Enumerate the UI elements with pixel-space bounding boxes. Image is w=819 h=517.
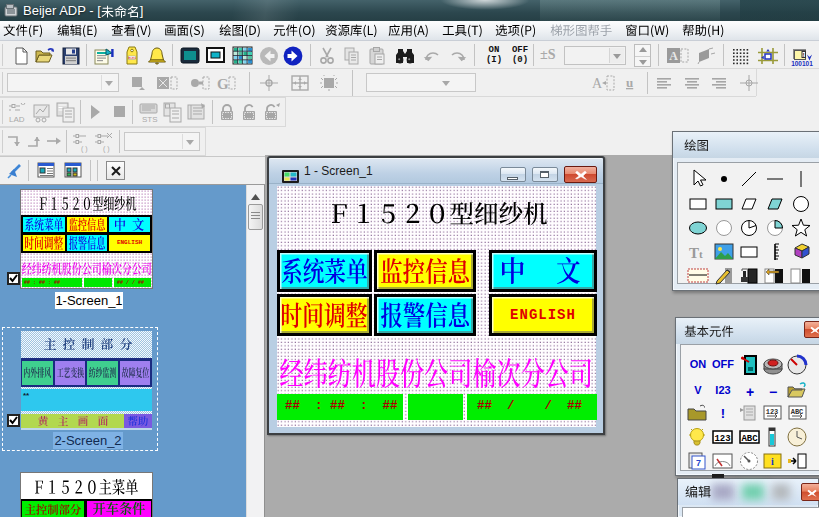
svg-text:i: i: [771, 456, 774, 467]
svg-text:T: T: [689, 245, 699, 261]
svg-text:A: A: [669, 49, 678, 63]
svg-text:ABC: ABC: [741, 434, 758, 444]
svg-text:0101: 0101: [128, 56, 136, 60]
svg-text:t: t: [699, 248, 703, 260]
svg-text:LAD: LAD: [9, 115, 25, 124]
svg-text:G: G: [217, 76, 229, 92]
svg-text:u: u: [626, 75, 633, 90]
svg-text:( ): ( ): [81, 145, 88, 153]
svg-text:A: A: [592, 76, 603, 91]
svg-text:( ): ( ): [103, 145, 110, 153]
svg-text:123: 123: [714, 434, 730, 444]
svg-text:STS: STS: [142, 115, 158, 124]
svg-text:100101: 100101: [791, 60, 813, 67]
svg-text:!: !: [803, 52, 805, 58]
svg-text:7: 7: [696, 458, 701, 468]
